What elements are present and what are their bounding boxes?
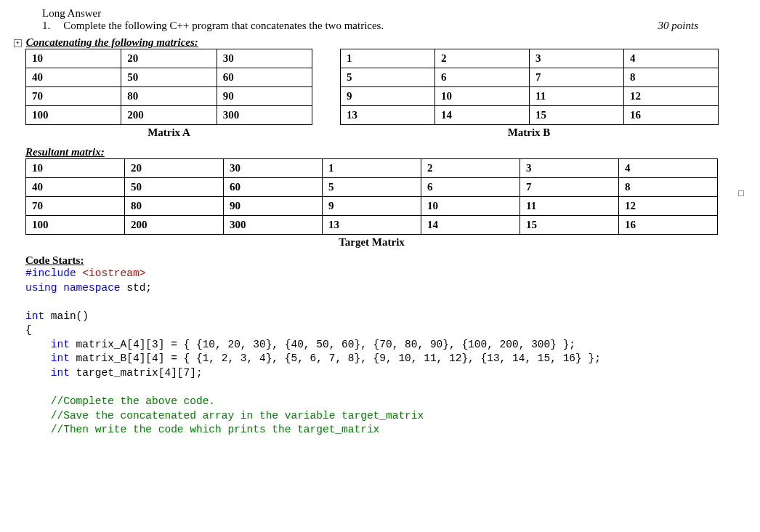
target-matrix-caption: Target Matrix [25,236,718,249]
cell: 100 [26,216,125,235]
code-keyword: int [25,310,44,322]
table-row: 708090 [26,87,312,106]
matrix-a-table: 102030 405060 708090 100200300 [25,49,312,125]
cell: 70 [26,197,125,216]
table-row: 13141516 [341,106,719,125]
cell: 13 [341,106,435,125]
cell: 90 [224,197,323,216]
cell: 12 [619,197,718,216]
cell: 16 [624,106,719,125]
table-row: 7080909101112 [26,197,718,216]
cell: 6 [435,68,530,87]
cell: 14 [421,216,520,235]
section-resultant-heading: Resultant matrix: [25,146,742,158]
cell: 14 [435,106,530,125]
matrix-a-caption: Matrix A [25,126,312,139]
cell: 50 [121,68,217,87]
code-text: std; [121,282,153,294]
cell: 80 [121,87,217,106]
cell: 3 [530,49,624,68]
cell: 8 [624,68,719,87]
code-comment: //Save the concatenated array in the var… [25,410,424,422]
question-header: 1. Complete the following C++ program th… [25,20,742,32]
cell: 11 [520,197,619,216]
long-answer-label: Long Answer [25,7,742,20]
cell: 200 [121,106,217,125]
cell: 50 [125,178,224,197]
table-row: 405060 [26,68,312,87]
section-concat-heading: Concatenating the following matrices: [26,36,198,48]
code-comment: //Complete the above code. [25,395,215,407]
cell: 90 [217,87,312,106]
cell: 2 [435,49,530,68]
question-prompt: Complete the following C++ program that … [63,20,384,32]
table-row: 100200300 [26,106,312,125]
cell: 10 [26,49,121,68]
cell: 12 [624,87,719,106]
table-row: 102030 [26,49,312,68]
table-row: 4050605678 [26,178,718,197]
code-text: { [25,324,32,336]
code-text: main() [44,310,89,322]
cell: 60 [217,68,312,87]
cell: 3 [520,159,619,178]
cell: 15 [530,106,624,125]
cell: 7 [530,68,624,87]
code-keyword: int [25,367,70,379]
code-block: #include <iostream> using namespace std;… [25,267,742,438]
page-marker-icon [738,190,744,196]
table-row: 1020301234 [26,159,718,178]
table-row: 10020030013141516 [26,216,718,235]
cell: 10 [26,159,125,178]
cell: 5 [323,178,421,197]
cell: 16 [619,216,718,235]
cell: 1 [341,49,435,68]
code-keyword: namespace [57,282,121,294]
cell: 11 [530,87,624,106]
cell: 9 [341,87,435,106]
code-keyword: using [25,282,57,294]
matrix-b-caption: Matrix B [340,126,718,139]
points-label: 30 points [658,20,742,32]
cell: 300 [224,216,323,235]
cell: 60 [224,178,323,197]
cell: 13 [323,216,421,235]
matrix-b-table: 1234 5678 9101112 13141516 [340,49,719,125]
cell: 15 [520,216,619,235]
cell: 10 [435,87,530,106]
expand-icon[interactable]: + [14,39,22,47]
cell: 100 [26,106,121,125]
cell: 30 [224,159,323,178]
cell: 10 [421,197,520,216]
cell: 8 [619,178,718,197]
matrices-row: 102030 405060 708090 100200300 Matrix A … [25,49,742,145]
cell: 7 [520,178,619,197]
cell: 40 [26,68,121,87]
cell: 20 [121,49,217,68]
code-keyword: int [25,339,70,350]
cell: 20 [125,159,224,178]
cell: 300 [217,106,312,125]
code-text: target_matrix[4][7]; [70,367,203,379]
cell: 4 [624,49,719,68]
cell: 4 [619,159,718,178]
cell: 9 [323,197,421,216]
table-row: 5678 [341,68,719,87]
code-starts-heading: Code Starts: [25,254,742,267]
cell: 2 [421,159,520,178]
cell: 40 [26,178,125,197]
cell: 70 [26,87,121,106]
code-text: matrix_B[4][4] = { {1, 2, 3, 4}, {5, 6, … [70,352,601,364]
code-comment: //Then write the code which prints the t… [25,424,379,435]
question-number: 1. [25,20,50,32]
table-row: 1234 [341,49,719,68]
cell: 200 [125,216,224,235]
code-keyword: int [25,352,70,364]
code-string: <iostream> [76,267,146,279]
cell: 1 [323,159,421,178]
cell: 30 [217,49,312,68]
code-text: matrix_A[4][3] = { {10, 20, 30}, {40, 50… [70,339,575,350]
cell: 6 [421,178,520,197]
code-keyword: #include [25,267,76,279]
cell: 80 [125,197,224,216]
